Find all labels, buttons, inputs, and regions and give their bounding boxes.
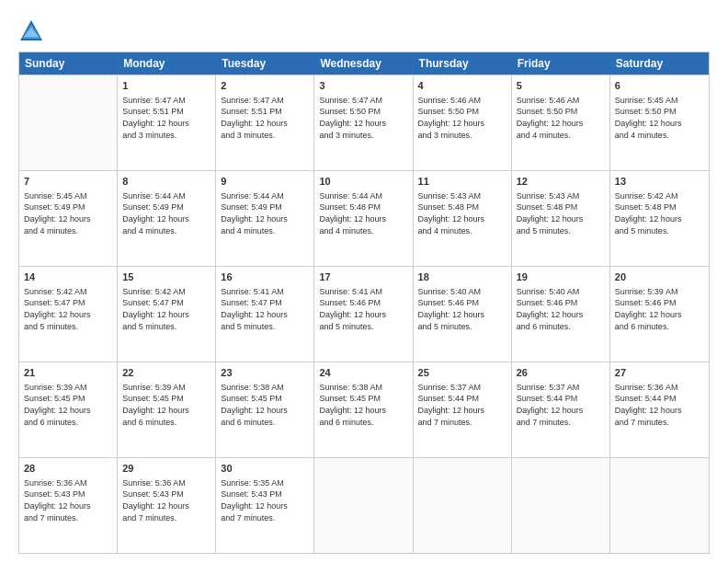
day-info: Sunrise: 5:37 AMSunset: 5:44 PMDaylight:… bbox=[517, 382, 605, 428]
day-info: Sunrise: 5:42 AMSunset: 5:47 PMDaylight:… bbox=[122, 286, 210, 332]
day-number: 15 bbox=[122, 270, 210, 284]
day-info: Sunrise: 5:41 AMSunset: 5:46 PMDaylight:… bbox=[319, 286, 407, 332]
day-number: 12 bbox=[517, 175, 605, 189]
day-number: 24 bbox=[319, 366, 407, 380]
cal-row-4: 21Sunrise: 5:39 AMSunset: 5:45 PMDayligh… bbox=[19, 362, 709, 457]
cal-cell bbox=[19, 75, 118, 170]
day-info: Sunrise: 5:47 AMSunset: 5:50 PMDaylight:… bbox=[319, 95, 407, 141]
cal-cell: 11Sunrise: 5:43 AMSunset: 5:48 PMDayligh… bbox=[414, 171, 512, 266]
day-number: 27 bbox=[615, 366, 704, 380]
calendar-header: SundayMondayTuesdayWednesdayThursdayFrid… bbox=[19, 52, 709, 75]
cal-cell: 20Sunrise: 5:39 AMSunset: 5:46 PMDayligh… bbox=[610, 267, 709, 362]
header bbox=[18, 15, 710, 44]
day-number: 26 bbox=[517, 366, 605, 380]
day-info: Sunrise: 5:36 AMSunset: 5:43 PMDaylight:… bbox=[122, 477, 210, 523]
day-info: Sunrise: 5:44 AMSunset: 5:48 PMDaylight:… bbox=[319, 190, 407, 236]
day-number: 1 bbox=[122, 79, 210, 93]
day-number: 5 bbox=[517, 79, 605, 93]
day-number: 22 bbox=[122, 366, 210, 380]
day-number: 4 bbox=[418, 79, 506, 93]
day-info: Sunrise: 5:39 AMSunset: 5:45 PMDaylight:… bbox=[24, 382, 112, 428]
day-info: Sunrise: 5:45 AMSunset: 5:50 PMDaylight:… bbox=[615, 95, 704, 141]
day-number: 29 bbox=[122, 462, 210, 476]
cal-cell bbox=[414, 458, 512, 553]
cal-cell: 12Sunrise: 5:43 AMSunset: 5:48 PMDayligh… bbox=[512, 171, 610, 266]
day-number: 14 bbox=[24, 270, 112, 284]
cal-cell: 28Sunrise: 5:36 AMSunset: 5:43 PMDayligh… bbox=[19, 458, 118, 553]
day-number: 18 bbox=[418, 270, 506, 284]
header-day-sunday: Sunday bbox=[19, 52, 118, 75]
cal-cell: 27Sunrise: 5:36 AMSunset: 5:44 PMDayligh… bbox=[610, 362, 709, 457]
cal-cell: 30Sunrise: 5:35 AMSunset: 5:43 PMDayligh… bbox=[216, 458, 314, 553]
cal-cell: 21Sunrise: 5:39 AMSunset: 5:45 PMDayligh… bbox=[19, 362, 118, 457]
cal-cell bbox=[610, 458, 709, 553]
day-number: 8 bbox=[122, 175, 210, 189]
cal-cell: 5Sunrise: 5:46 AMSunset: 5:50 PMDaylight… bbox=[512, 75, 610, 170]
cal-cell: 23Sunrise: 5:38 AMSunset: 5:45 PMDayligh… bbox=[216, 362, 314, 457]
day-number: 17 bbox=[319, 270, 407, 284]
day-info: Sunrise: 5:35 AMSunset: 5:43 PMDaylight:… bbox=[221, 477, 309, 523]
day-number: 21 bbox=[24, 366, 112, 380]
day-number: 20 bbox=[615, 270, 704, 284]
cal-row-1: 1Sunrise: 5:47 AMSunset: 5:51 PMDaylight… bbox=[19, 75, 709, 170]
day-info: Sunrise: 5:47 AMSunset: 5:51 PMDaylight:… bbox=[122, 95, 210, 141]
day-number: 7 bbox=[24, 175, 112, 189]
day-info: Sunrise: 5:43 AMSunset: 5:48 PMDaylight:… bbox=[418, 190, 506, 236]
cal-cell: 2Sunrise: 5:47 AMSunset: 5:51 PMDaylight… bbox=[216, 75, 314, 170]
calendar-body: 1Sunrise: 5:47 AMSunset: 5:51 PMDaylight… bbox=[19, 75, 709, 553]
cal-cell: 6Sunrise: 5:45 AMSunset: 5:50 PMDaylight… bbox=[610, 75, 709, 170]
cal-cell: 10Sunrise: 5:44 AMSunset: 5:48 PMDayligh… bbox=[314, 171, 413, 266]
cal-cell: 24Sunrise: 5:38 AMSunset: 5:45 PMDayligh… bbox=[314, 362, 413, 457]
header-day-monday: Monday bbox=[118, 52, 216, 75]
cal-cell: 4Sunrise: 5:46 AMSunset: 5:50 PMDaylight… bbox=[414, 75, 512, 170]
cal-cell: 29Sunrise: 5:36 AMSunset: 5:43 PMDayligh… bbox=[118, 458, 216, 553]
cal-cell: 16Sunrise: 5:41 AMSunset: 5:47 PMDayligh… bbox=[216, 267, 314, 362]
cal-row-2: 7Sunrise: 5:45 AMSunset: 5:49 PMDaylight… bbox=[19, 170, 709, 266]
day-info: Sunrise: 5:39 AMSunset: 5:45 PMDaylight:… bbox=[122, 382, 210, 428]
day-info: Sunrise: 5:36 AMSunset: 5:44 PMDaylight:… bbox=[615, 382, 704, 428]
day-info: Sunrise: 5:40 AMSunset: 5:46 PMDaylight:… bbox=[418, 286, 506, 332]
day-info: Sunrise: 5:41 AMSunset: 5:47 PMDaylight:… bbox=[221, 286, 309, 332]
day-info: Sunrise: 5:37 AMSunset: 5:44 PMDaylight:… bbox=[418, 382, 506, 428]
day-info: Sunrise: 5:38 AMSunset: 5:45 PMDaylight:… bbox=[221, 382, 309, 428]
day-info: Sunrise: 5:45 AMSunset: 5:49 PMDaylight:… bbox=[24, 190, 112, 236]
day-number: 30 bbox=[221, 462, 309, 476]
day-info: Sunrise: 5:46 AMSunset: 5:50 PMDaylight:… bbox=[418, 95, 506, 141]
header-day-wednesday: Wednesday bbox=[314, 52, 413, 75]
day-number: 28 bbox=[24, 462, 112, 476]
day-number: 6 bbox=[615, 79, 704, 93]
cal-cell: 26Sunrise: 5:37 AMSunset: 5:44 PMDayligh… bbox=[512, 362, 610, 457]
cal-cell: 22Sunrise: 5:39 AMSunset: 5:45 PMDayligh… bbox=[118, 362, 216, 457]
day-info: Sunrise: 5:44 AMSunset: 5:49 PMDaylight:… bbox=[221, 190, 309, 236]
day-info: Sunrise: 5:40 AMSunset: 5:46 PMDaylight:… bbox=[517, 286, 605, 332]
day-number: 25 bbox=[418, 366, 506, 380]
cal-cell: 13Sunrise: 5:42 AMSunset: 5:48 PMDayligh… bbox=[610, 171, 709, 266]
day-number: 3 bbox=[319, 79, 407, 93]
cal-cell bbox=[512, 458, 610, 553]
day-number: 9 bbox=[221, 175, 309, 189]
page: SundayMondayTuesdayWednesdayThursdayFrid… bbox=[0, 0, 728, 563]
header-day-friday: Friday bbox=[512, 52, 610, 75]
day-number: 16 bbox=[221, 270, 309, 284]
cal-cell: 19Sunrise: 5:40 AMSunset: 5:46 PMDayligh… bbox=[512, 267, 610, 362]
cal-cell: 15Sunrise: 5:42 AMSunset: 5:47 PMDayligh… bbox=[118, 267, 216, 362]
cal-cell: 25Sunrise: 5:37 AMSunset: 5:44 PMDayligh… bbox=[414, 362, 512, 457]
cal-cell: 9Sunrise: 5:44 AMSunset: 5:49 PMDaylight… bbox=[216, 171, 314, 266]
header-day-thursday: Thursday bbox=[414, 52, 512, 75]
day-number: 2 bbox=[221, 79, 309, 93]
day-info: Sunrise: 5:36 AMSunset: 5:43 PMDaylight:… bbox=[24, 477, 112, 523]
day-info: Sunrise: 5:44 AMSunset: 5:49 PMDaylight:… bbox=[122, 190, 210, 236]
cal-row-5: 28Sunrise: 5:36 AMSunset: 5:43 PMDayligh… bbox=[19, 457, 709, 553]
day-number: 10 bbox=[319, 175, 407, 189]
cal-cell: 18Sunrise: 5:40 AMSunset: 5:46 PMDayligh… bbox=[414, 267, 512, 362]
day-number: 11 bbox=[418, 175, 506, 189]
cal-cell: 1Sunrise: 5:47 AMSunset: 5:51 PMDaylight… bbox=[118, 75, 216, 170]
calendar: SundayMondayTuesdayWednesdayThursdayFrid… bbox=[18, 52, 710, 554]
header-day-tuesday: Tuesday bbox=[216, 52, 314, 75]
day-info: Sunrise: 5:42 AMSunset: 5:47 PMDaylight:… bbox=[24, 286, 112, 332]
day-info: Sunrise: 5:42 AMSunset: 5:48 PMDaylight:… bbox=[615, 190, 704, 236]
day-number: 13 bbox=[615, 175, 704, 189]
cal-cell: 17Sunrise: 5:41 AMSunset: 5:46 PMDayligh… bbox=[314, 267, 413, 362]
day-info: Sunrise: 5:43 AMSunset: 5:48 PMDaylight:… bbox=[517, 190, 605, 236]
cal-row-3: 14Sunrise: 5:42 AMSunset: 5:47 PMDayligh… bbox=[19, 266, 709, 362]
